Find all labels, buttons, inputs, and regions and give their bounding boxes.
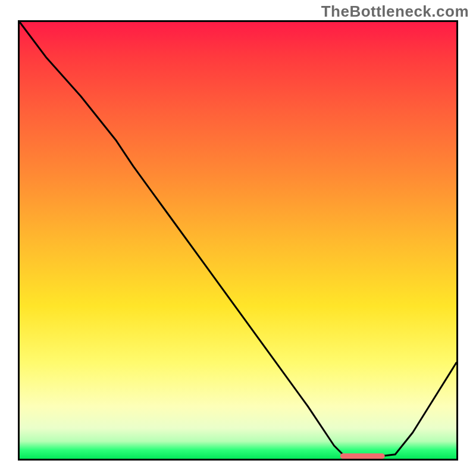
watermark-text: TheBottleneck.com xyxy=(321,2,469,21)
plot-frame xyxy=(18,20,458,461)
bottleneck-curve xyxy=(20,22,456,456)
plot-overlay xyxy=(20,22,456,459)
chart-stage: TheBottleneck.com xyxy=(0,0,476,476)
